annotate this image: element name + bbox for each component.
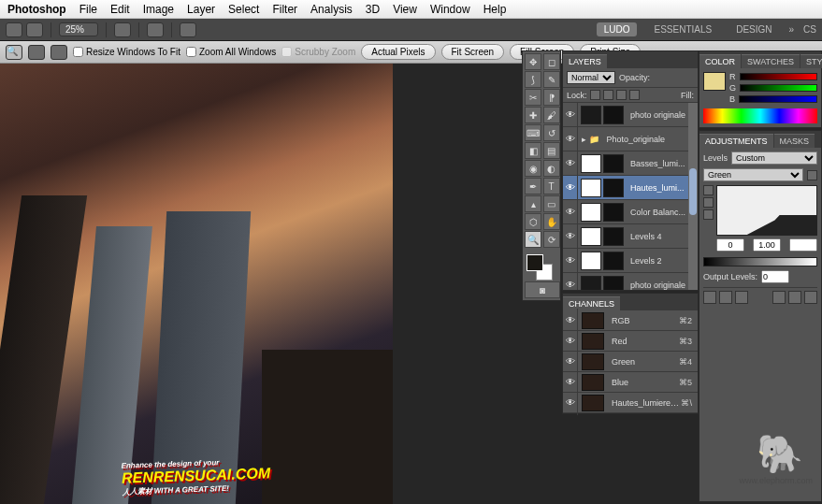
prev-state-icon[interactable] <box>772 291 786 304</box>
layer-name[interactable]: Levels 4 <box>627 232 698 241</box>
histogram[interactable] <box>716 185 817 236</box>
layer-row[interactable]: 👁 Levels 2 <box>563 249 698 273</box>
layer-mask-thumbnail[interactable] <box>603 252 624 270</box>
marquee-tool-icon[interactable]: ◻ <box>543 53 560 70</box>
output-low-input[interactable] <box>761 270 789 283</box>
menu-layer[interactable]: Layer <box>187 3 215 16</box>
layer-row[interactable]: 👁 Basses_lumi... <box>563 151 698 176</box>
crop-tool-icon[interactable]: ✂ <box>525 89 541 106</box>
layer-mask-thumbnail[interactable] <box>603 106 624 124</box>
zoom-level-select[interactable]: 25% <box>59 22 98 36</box>
channel-row[interactable]: 👁 Hautes_lumieres Mask ⌘\ <box>563 393 698 413</box>
menu-file[interactable]: File <box>79 3 97 16</box>
eyedropper-tool-icon[interactable]: ⁋ <box>543 89 560 106</box>
r-slider[interactable] <box>740 73 818 80</box>
menu-analysis[interactable]: Analysis <box>310 3 353 16</box>
actual-pixels-button[interactable]: Actual Pixels <box>361 44 435 60</box>
layer-mask-thumbnail[interactable] <box>603 179 624 197</box>
channel-row[interactable]: 👁 Green ⌘4 <box>563 352 698 372</box>
channel-row[interactable]: 👁 Blue ⌘5 <box>563 372 698 393</box>
workspace-design[interactable]: DESIGN <box>728 22 779 36</box>
layer-mask-thumbnail[interactable] <box>603 203 624 222</box>
path-select-tool-icon[interactable]: ▴ <box>525 195 541 212</box>
eraser-tool-icon[interactable]: ◧ <box>525 142 541 159</box>
lasso-tool-icon[interactable]: ⟆ <box>525 71 541 88</box>
workspace-more-icon[interactable]: » <box>789 24 795 35</box>
color-swatches[interactable] <box>525 252 560 281</box>
history-brush-tool-icon[interactable]: ↺ <box>543 124 560 141</box>
screen-mode-icon[interactable] <box>180 22 196 37</box>
b-slider[interactable] <box>739 95 817 103</box>
layer-visibility-icon[interactable]: 👁 <box>563 127 578 151</box>
rotate-view-tool-icon[interactable]: ⟳ <box>543 231 560 248</box>
arrange-docs-icon[interactable] <box>147 22 164 37</box>
input-white-point[interactable] <box>789 238 817 252</box>
trash-icon[interactable] <box>804 291 817 304</box>
layers-scrollbar[interactable] <box>688 103 698 290</box>
layer-name[interactable]: photo originale <box>627 281 698 290</box>
menu-edit[interactable]: Edit <box>110 3 130 16</box>
minibridge-icon[interactable] <box>26 22 43 37</box>
black-eyedropper-icon[interactable] <box>703 185 714 195</box>
document-image[interactable]: Enhance the design of your RENRENSUCAI.C… <box>0 64 393 504</box>
reset-icon[interactable] <box>788 291 801 304</box>
layer-name[interactable]: Color Balanc... <box>627 208 698 217</box>
channel-row[interactable]: 👁 RGB ⌘2 <box>563 310 698 331</box>
menu-3d[interactable]: 3D <box>366 3 380 16</box>
stamp-tool-icon[interactable]: ⌨ <box>525 124 541 141</box>
clip-icon[interactable] <box>719 291 732 304</box>
cs-live-icon[interactable]: CS <box>803 24 816 35</box>
bridge-icon[interactable] <box>6 22 22 37</box>
channel-select[interactable]: Green <box>703 168 803 181</box>
menu-help[interactable]: Help <box>483 3 507 16</box>
input-black-point[interactable] <box>716 238 744 252</box>
healing-tool-icon[interactable]: ✚ <box>525 107 541 123</box>
move-tool-icon[interactable]: ✥ <box>525 53 541 70</box>
zoom-out-icon[interactable] <box>50 45 67 60</box>
tab-layers[interactable]: LAYERS <box>563 54 607 68</box>
foreground-color-swatch[interactable] <box>526 254 543 271</box>
tab-masks[interactable]: MASKS <box>774 134 815 148</box>
lock-all-icon[interactable] <box>629 90 640 100</box>
fit-screen-button[interactable]: Fit Screen <box>441 44 505 60</box>
layer-name[interactable]: Levels 2 <box>627 256 698 266</box>
layer-name[interactable]: Hautes_lumi... <box>627 183 698 193</box>
tab-adjustments[interactable]: ADJUSTMENTS <box>699 134 773 148</box>
tab-color[interactable]: COLOR <box>699 54 741 68</box>
layer-visibility-icon[interactable]: 👁 <box>563 273 578 291</box>
scrubby-zoom-checkbox[interactable]: Scrubby Zoom <box>281 47 355 57</box>
lock-position-icon[interactable] <box>616 90 627 100</box>
layer-visibility-icon[interactable]: 👁 <box>563 200 578 224</box>
tab-styles[interactable]: STYLES <box>800 54 822 68</box>
menu-window[interactable]: Window <box>430 3 470 16</box>
menu-view[interactable]: View <box>393 3 417 16</box>
channel-row[interactable]: 👁 Red ⌘3 <box>563 331 698 352</box>
layer-visibility-icon[interactable]: 👁 <box>563 151 578 176</box>
layer-name[interactable]: Photo_originale <box>603 135 698 144</box>
tab-swatches[interactable]: SWATCHES <box>742 54 800 68</box>
layer-visibility-icon[interactable]: 👁 <box>563 249 578 273</box>
pen-tool-icon[interactable]: ✒ <box>525 178 541 194</box>
layer-name[interactable]: photo originale cop <box>627 110 698 120</box>
layer-mask-thumbnail[interactable] <box>603 276 624 291</box>
lock-transparency-icon[interactable] <box>590 90 600 100</box>
auto-icon[interactable] <box>807 170 817 180</box>
output-gradient[interactable] <box>703 257 817 266</box>
blend-mode-select[interactable]: Normal <box>567 71 615 84</box>
layer-mask-thumbnail[interactable] <box>603 227 624 246</box>
dodge-tool-icon[interactable]: ◐ <box>543 160 560 177</box>
preset-select[interactable]: Custom <box>731 151 817 165</box>
gradient-tool-icon[interactable]: ▤ <box>543 142 560 159</box>
quick-mask-icon[interactable]: ◙ <box>525 281 560 298</box>
workspace-ludo[interactable]: LUDO <box>597 22 638 36</box>
channel-visibility-icon[interactable]: 👁 <box>563 391 578 415</box>
return-icon[interactable] <box>703 291 716 304</box>
layer-row[interactable]: 👁 Levels 4 <box>563 224 698 249</box>
layer-visibility-icon[interactable]: 👁 <box>563 176 578 200</box>
zoom-tool-icon[interactable]: 🔍 <box>525 231 541 248</box>
layer-thumbnail[interactable] <box>581 276 601 291</box>
gray-eyedropper-icon[interactable] <box>703 197 714 208</box>
input-gamma[interactable] <box>753 238 781 252</box>
layer-thumbnail[interactable] <box>581 203 601 222</box>
view-extras-icon[interactable] <box>114 22 131 37</box>
